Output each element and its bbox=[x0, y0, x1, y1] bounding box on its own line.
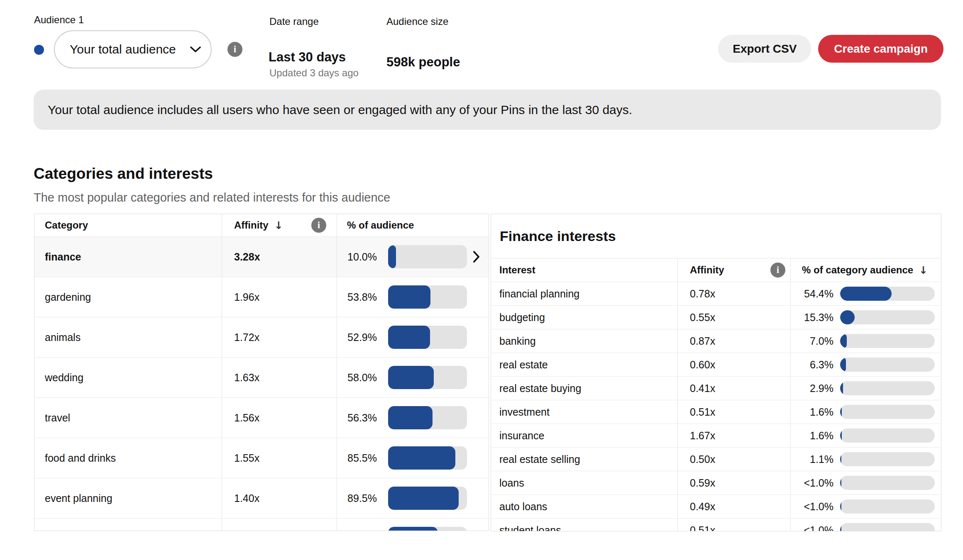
categories-table-body: finance 3.28x 10.0% gardening 1.96x 53.8… bbox=[34, 236, 489, 531]
interest-audience-percent: 54.4% bbox=[802, 288, 833, 300]
category-audience-percent: 56.3% bbox=[347, 412, 377, 424]
interest-affinity-info-icon[interactable]: i bbox=[770, 263, 785, 278]
audience-selector-value: Your total audience bbox=[70, 42, 176, 56]
category-audience-bar-fill bbox=[840, 429, 842, 443]
category-audience-bar-track bbox=[840, 287, 935, 301]
category-audience-bar-track bbox=[840, 429, 935, 443]
categories-table: Category Affinity ↓ i % of audience fina… bbox=[34, 214, 489, 531]
category-row[interactable]: travel 1.56x 56.3% bbox=[34, 397, 489, 438]
category-audience-bar-fill bbox=[840, 381, 843, 395]
interest-audience-percent: 6.3% bbox=[802, 359, 833, 371]
column-header-interest: Interest bbox=[491, 258, 677, 282]
category-row[interactable]: wedding 1.63x 58.0% bbox=[34, 357, 489, 397]
interest-affinity-value: 0.41x bbox=[690, 382, 715, 394]
audience-info-icon[interactable]: i bbox=[227, 42, 242, 57]
category-affinity-value: 1.96x bbox=[234, 291, 259, 303]
category-affinity-value: 1.55x bbox=[234, 452, 259, 464]
category-row[interactable]: animals 1.72x 52.9% bbox=[34, 317, 489, 357]
category-affinity-value: 3.28x bbox=[234, 251, 260, 263]
category-audience-bar-track bbox=[840, 499, 935, 514]
category-audience-bar-fill bbox=[840, 499, 841, 514]
category-name: food and drinks bbox=[45, 452, 116, 464]
interest-row[interactable]: real estate buying 0.41x 2.9% bbox=[491, 376, 941, 400]
interest-row[interactable]: auto loans 0.49x <1.0% bbox=[491, 494, 941, 518]
interest-audience-percent: 15.3% bbox=[802, 312, 833, 324]
interest-affinity-value: 1.67x bbox=[690, 430, 715, 442]
category-name: finance bbox=[45, 251, 81, 263]
interest-row[interactable]: banking 0.87x 7.0% bbox=[491, 329, 941, 353]
finance-interests-panel: Finance interests Interest Affinity i % … bbox=[491, 214, 941, 531]
category-audience-bar-track bbox=[840, 310, 935, 324]
category-audience-bar-fill bbox=[840, 452, 841, 466]
audience-bar-fill bbox=[388, 326, 430, 349]
interest-name: real estate buying bbox=[499, 382, 581, 394]
audience-bar-track bbox=[388, 446, 467, 470]
info-glyph: i bbox=[777, 265, 779, 275]
date-range-updated: Updated 3 days ago bbox=[269, 67, 359, 79]
interest-audience-percent: <1.0% bbox=[802, 524, 833, 532]
interest-name: auto loans bbox=[499, 501, 547, 513]
column-header-category-label: Category bbox=[45, 219, 88, 231]
interest-name: student loans bbox=[499, 524, 561, 532]
date-range-value: Last 30 days bbox=[269, 50, 346, 65]
interest-row[interactable]: loans 0.59x <1.0% bbox=[491, 471, 941, 494]
category-audience-bar-fill bbox=[840, 358, 846, 372]
chevron-right-icon bbox=[472, 250, 481, 263]
finance-interests-title: Finance interests bbox=[500, 228, 616, 244]
categories-table-header: Category Affinity ↓ i % of audience bbox=[34, 214, 489, 236]
interest-affinity-value: 0.87x bbox=[690, 335, 715, 347]
category-row[interactable] bbox=[34, 518, 489, 531]
create-campaign-button[interactable]: Create campaign bbox=[818, 35, 943, 63]
interest-audience-percent: 1.1% bbox=[802, 453, 833, 465]
interest-audience-percent: 1.6% bbox=[802, 430, 833, 442]
category-name: wedding bbox=[45, 372, 83, 384]
column-header-category-audience-label: % of category audience bbox=[802, 264, 913, 276]
category-affinity-value: 1.72x bbox=[234, 331, 259, 343]
interest-name: financial planning bbox=[499, 288, 579, 300]
interest-row[interactable]: insurance 1.67x 1.6% bbox=[491, 424, 941, 447]
column-header-category-audience[interactable]: % of category audience ↓ bbox=[790, 258, 941, 282]
category-row[interactable]: event planning 1.40x 89.5% bbox=[34, 478, 489, 518]
interest-name: banking bbox=[499, 335, 536, 347]
column-header-interest-label: Interest bbox=[499, 264, 535, 276]
chevron-down-icon bbox=[190, 46, 201, 53]
category-affinity-value: 1.40x bbox=[234, 492, 259, 504]
category-audience-percent: 89.5% bbox=[347, 492, 377, 504]
interest-audience-percent: 7.0% bbox=[802, 335, 833, 347]
category-row[interactable]: food and drinks 1.55x 85.5% bbox=[34, 438, 489, 478]
date-range-label: Date range bbox=[269, 16, 319, 27]
category-audience-bar-track bbox=[840, 476, 935, 490]
interest-row[interactable]: investment 0.51x 1.6% bbox=[491, 400, 941, 424]
category-row[interactable]: gardening 1.96x 53.8% bbox=[34, 277, 489, 317]
audience-selector-dropdown[interactable]: Your total audience bbox=[54, 30, 212, 68]
category-audience-bar-fill bbox=[840, 476, 841, 490]
category-row[interactable]: finance 3.28x 10.0% bbox=[34, 236, 489, 277]
category-audience-bar-fill bbox=[840, 405, 842, 419]
interest-affinity-value: 0.55x bbox=[690, 312, 715, 324]
audience-bar-track bbox=[388, 527, 467, 531]
interest-audience-percent: 2.9% bbox=[802, 382, 833, 394]
section-subtitle: The most popular categories and related … bbox=[34, 191, 390, 205]
audience-bar-fill bbox=[388, 487, 459, 510]
interest-row[interactable]: student loans 0.51x <1.0% bbox=[491, 518, 941, 531]
interest-row[interactable]: budgeting 0.55x 15.3% bbox=[491, 305, 941, 329]
interest-row[interactable]: real estate 0.60x 6.3% bbox=[491, 353, 941, 376]
column-header-audience-percent-label: % of audience bbox=[347, 219, 414, 231]
interest-row[interactable]: financial planning 0.78x 54.4% bbox=[491, 282, 941, 305]
export-csv-button[interactable]: Export CSV bbox=[718, 35, 811, 63]
finance-interests-title-row: Finance interests bbox=[491, 214, 941, 258]
category-audience-bar-fill bbox=[840, 334, 847, 348]
affinity-info-icon[interactable]: i bbox=[311, 218, 326, 233]
audience-bar-track bbox=[388, 285, 467, 309]
column-header-interest-affinity: Affinity i bbox=[677, 258, 790, 282]
interest-row[interactable]: real estate selling 0.50x 1.1% bbox=[491, 447, 941, 471]
interest-name: insurance bbox=[499, 430, 544, 442]
column-header-affinity[interactable]: Affinity ↓ i bbox=[222, 214, 337, 236]
category-audience-bar-fill bbox=[840, 523, 841, 531]
category-audience-percent: 58.0% bbox=[347, 372, 377, 384]
audience-bar-fill bbox=[388, 406, 433, 429]
interest-audience-percent: <1.0% bbox=[802, 477, 833, 489]
info-glyph: i bbox=[234, 44, 236, 55]
category-audience-bar-track bbox=[840, 523, 935, 531]
category-audience-bar-track bbox=[840, 405, 935, 419]
